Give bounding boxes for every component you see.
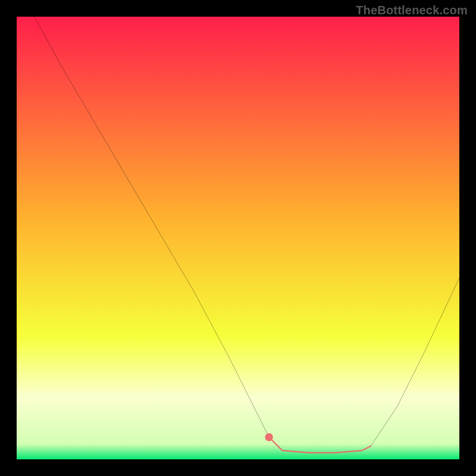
chart-frame: TheBottleneck.com <box>0 0 476 476</box>
watermark-text: TheBottleneck.com <box>356 4 468 17</box>
gradient-background <box>17 17 459 459</box>
bottleneck-chart <box>17 17 459 459</box>
optimal-start-dot <box>265 433 273 441</box>
